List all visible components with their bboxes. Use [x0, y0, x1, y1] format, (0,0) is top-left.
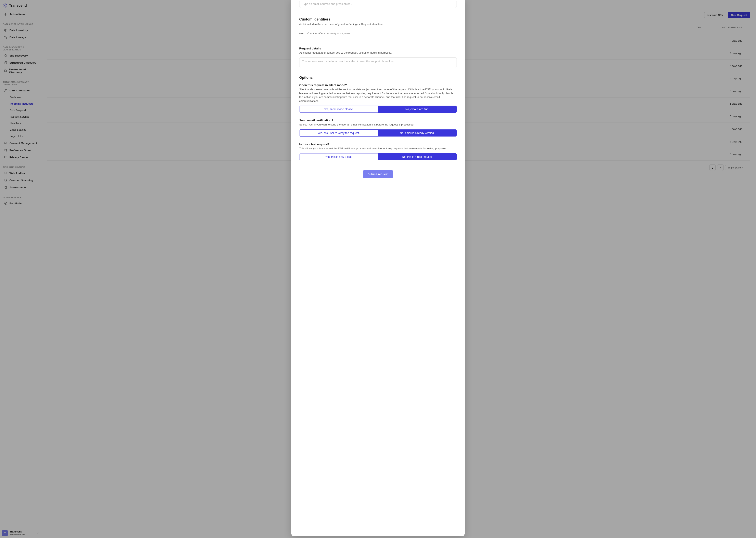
verify-yes-option[interactable]: Yes, ask user to verify the request. — [300, 130, 378, 136]
request-details-desc: Additional metadata or context tied to t… — [299, 51, 457, 55]
silent-mode-heading: Open this request in silent mode? — [299, 83, 457, 87]
verify-toggle: Yes, ask user to verify the request. No,… — [299, 130, 457, 136]
request-details-textarea[interactable] — [299, 57, 457, 68]
custom-identifiers-desc: Additional identifiers can be configured… — [299, 22, 457, 26]
request-details-heading: Request details — [299, 47, 457, 50]
options-heading: Options — [299, 76, 457, 80]
silent-mode-desc: Silent mode means no emails will be sent… — [299, 87, 457, 103]
custom-identifiers-empty: No custom identifiers currently configur… — [299, 32, 457, 35]
email-input[interactable] — [299, 0, 457, 8]
test-desc: This allows your team to test the DSR fu… — [299, 146, 457, 150]
submit-request-button[interactable]: Submit request — [363, 170, 393, 178]
test-heading: Is this a test request? — [299, 142, 457, 146]
modal-overlay[interactable]: Custom identifiers Additional identifier… — [0, 0, 756, 538]
silent-mode-toggle: Yes, silent mode please. No, emails are … — [299, 106, 457, 113]
test-no-option[interactable]: No, this is a real request. — [378, 153, 456, 160]
verify-heading: Send email verification? — [299, 119, 457, 122]
test-toggle: Yes, this is only a test. No, this is a … — [299, 153, 457, 160]
test-yes-option[interactable]: Yes, this is only a test. — [300, 153, 378, 160]
verify-desc: Select "Yes" if you wish to send the use… — [299, 123, 457, 127]
silent-yes-option[interactable]: Yes, silent mode please. — [300, 106, 378, 113]
new-request-modal: Custom identifiers Additional identifier… — [291, 0, 465, 536]
silent-no-option[interactable]: No, emails are fine. — [378, 106, 456, 113]
custom-identifiers-heading: Custom identifiers — [299, 17, 457, 22]
verify-no-option[interactable]: No, email is already verified. — [378, 130, 456, 136]
